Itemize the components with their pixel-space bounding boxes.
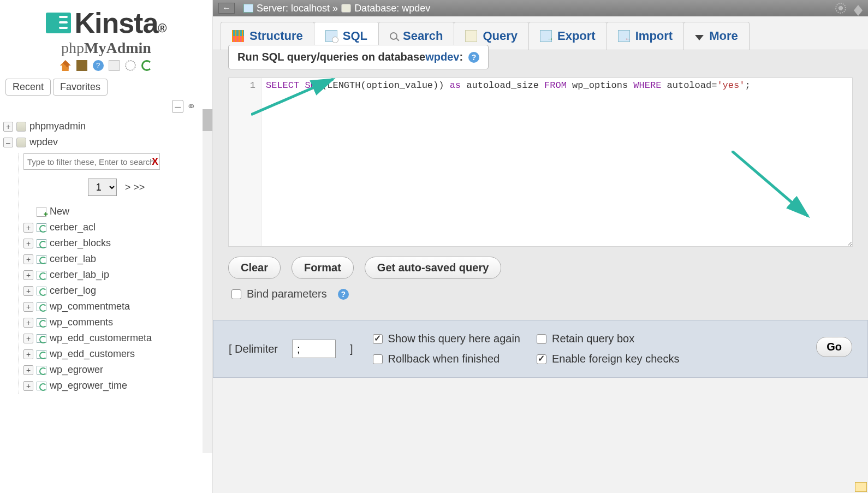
sidebar-scrollbar[interactable] bbox=[203, 109, 212, 453]
tree-controls: – ⚭ bbox=[0, 100, 212, 113]
plus-icon[interactable]: + bbox=[23, 302, 33, 312]
sidebar-tabs: Recent Favorites bbox=[0, 79, 212, 100]
tree-table-cerber_lab[interactable]: +cerber_lab bbox=[23, 251, 209, 267]
db-label: wpdev bbox=[29, 136, 58, 148]
tree-db-phpmyadmin[interactable]: + phpmyadmin bbox=[3, 118, 209, 134]
database-value[interactable]: wpdev bbox=[402, 3, 430, 14]
kinsta-icon bbox=[46, 13, 71, 33]
table-label: cerber_log bbox=[50, 285, 96, 296]
export-icon bbox=[540, 30, 552, 42]
tree-table-wp_edd_customermeta[interactable]: +wp_edd_customermeta bbox=[23, 330, 209, 346]
collapse-all-icon[interactable]: – bbox=[172, 100, 183, 113]
database-label: Database: bbox=[354, 3, 399, 14]
tab-favorites[interactable]: Favorites bbox=[53, 79, 108, 96]
plus-icon[interactable]: + bbox=[23, 318, 33, 328]
sql-editor[interactable]: 1 SELECT SUM(LENGTH(option_value)) as au… bbox=[228, 78, 853, 247]
table-label: cerber_acl bbox=[50, 222, 96, 233]
table-label: cerber_lab_ip bbox=[50, 269, 109, 281]
help-icon[interactable]: ? bbox=[338, 289, 349, 300]
line-gutter: 1 bbox=[229, 78, 261, 246]
plus-icon[interactable]: + bbox=[23, 223, 33, 233]
db-tree: + phpmyadmin – wpdev X 1 > >> New +cerb bbox=[0, 113, 212, 399]
kinsta-text: Kinsta bbox=[74, 7, 158, 39]
delimiter-open: [ Delimiter bbox=[229, 343, 278, 355]
tree-table-cerber_log[interactable]: +cerber_log bbox=[23, 283, 209, 299]
format-button[interactable]: Format bbox=[292, 257, 354, 279]
minus-icon[interactable]: – bbox=[3, 138, 13, 147]
tree-table-cerber_lab_ip[interactable]: +cerber_lab_ip bbox=[23, 267, 209, 283]
plus-icon[interactable]: + bbox=[23, 239, 33, 248]
link-icon[interactable]: ⚭ bbox=[187, 100, 196, 112]
tree-table-cerber_acl[interactable]: +cerber_acl bbox=[23, 219, 209, 235]
tab-export[interactable]: Export bbox=[528, 22, 607, 50]
gear-icon[interactable] bbox=[835, 3, 846, 14]
tree-db-wpdev[interactable]: – wpdev bbox=[3, 134, 209, 150]
go-button[interactable]: Go bbox=[816, 337, 852, 357]
sql-textarea[interactable]: SELECT SUM(LENGTH(option_value)) as auto… bbox=[261, 78, 852, 246]
table-label: wp_egrower_time bbox=[50, 380, 127, 391]
plus-icon[interactable]: + bbox=[23, 349, 33, 359]
fk-checks-checkbox[interactable] bbox=[537, 354, 546, 364]
tree-table-wp_egrower_time[interactable]: +wp_egrower_time bbox=[23, 378, 209, 394]
sidebar: Kinsta® phpMyAdmin ? Recent Favorites – … bbox=[0, 0, 213, 493]
table-label: cerber_blocks bbox=[50, 237, 111, 249]
tab-import[interactable]: Import bbox=[607, 22, 684, 50]
reload-icon[interactable] bbox=[141, 60, 152, 71]
query-icon bbox=[465, 30, 477, 42]
plus-icon[interactable]: + bbox=[23, 334, 33, 343]
plus-icon[interactable]: + bbox=[23, 270, 33, 280]
plus-icon[interactable]: + bbox=[23, 381, 33, 391]
help-icon[interactable]: ? bbox=[468, 52, 479, 63]
tree-table-wp_egrower[interactable]: +wp_egrower bbox=[23, 362, 209, 378]
table-label: wp_edd_customermeta bbox=[50, 332, 152, 344]
search-icon bbox=[390, 32, 397, 40]
tree-new[interactable]: New bbox=[23, 204, 209, 219]
clear-filter-icon[interactable]: X bbox=[152, 156, 158, 167]
import-icon bbox=[618, 30, 630, 42]
plus-icon[interactable]: + bbox=[23, 365, 33, 375]
clear-button[interactable]: Clear bbox=[228, 257, 281, 279]
home-icon[interactable] bbox=[60, 60, 71, 71]
retain-box-checkbox[interactable] bbox=[537, 334, 546, 344]
plus-icon[interactable]: + bbox=[3, 122, 13, 132]
table-icon bbox=[37, 318, 46, 327]
tree-table-wp_comments[interactable]: +wp_comments bbox=[23, 314, 209, 330]
db-label: phpmyadmin bbox=[29, 121, 86, 132]
table-label: wp_comments bbox=[50, 317, 113, 328]
note-icon[interactable] bbox=[855, 482, 867, 492]
settings-icon[interactable] bbox=[125, 60, 136, 71]
get-autosaved-button[interactable]: Get auto-saved query bbox=[365, 257, 502, 279]
table-icon bbox=[37, 350, 46, 359]
server-value[interactable]: localhost bbox=[291, 3, 330, 14]
tab-recent[interactable]: Recent bbox=[5, 79, 51, 96]
delimiter-close: ] bbox=[350, 343, 353, 355]
table-icon bbox=[37, 382, 46, 390]
delimiter-input[interactable] bbox=[292, 340, 336, 358]
tree-table-wp_edd_customers[interactable]: +wp_edd_customers bbox=[23, 346, 209, 362]
show-again-checkbox[interactable] bbox=[373, 334, 383, 344]
chevron-down-icon bbox=[695, 35, 704, 40]
sql-window-icon[interactable] bbox=[109, 60, 120, 71]
plus-icon[interactable]: + bbox=[23, 254, 33, 264]
table-icon bbox=[37, 287, 46, 295]
tab-more[interactable]: More bbox=[683, 22, 750, 50]
collapse-icon[interactable] bbox=[854, 5, 863, 10]
kinsta-logo: Kinsta® bbox=[46, 7, 166, 39]
plus-icon[interactable]: + bbox=[23, 286, 33, 296]
bind-params-checkbox[interactable] bbox=[231, 289, 241, 299]
database-icon bbox=[16, 122, 26, 132]
tree-table-wp_commentmeta[interactable]: +wp_commentmeta bbox=[23, 299, 209, 314]
table-label: cerber_lab bbox=[50, 253, 96, 265]
logout-icon[interactable] bbox=[76, 60, 87, 71]
back-button[interactable]: ← bbox=[218, 3, 235, 14]
search-input[interactable] bbox=[23, 153, 160, 170]
table-icon bbox=[37, 271, 46, 280]
docs-icon[interactable]: ? bbox=[93, 60, 104, 71]
tree-table-cerber_blocks[interactable]: +cerber_blocks bbox=[23, 235, 209, 251]
page-select[interactable]: 1 bbox=[88, 179, 117, 196]
panel-title: Run SQL query/queries on database wpdev … bbox=[228, 45, 489, 69]
table-label: wp_commentmeta bbox=[50, 301, 130, 312]
pager-next[interactable]: > >> bbox=[125, 182, 145, 193]
sql-icon bbox=[325, 30, 337, 42]
rollback-checkbox[interactable] bbox=[373, 354, 383, 364]
